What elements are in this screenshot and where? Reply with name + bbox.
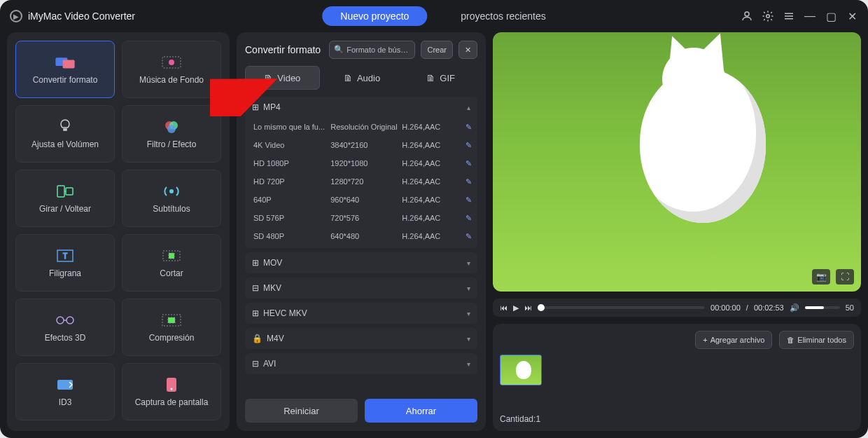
play-button[interactable]: ▶	[513, 303, 519, 313]
edit-icon[interactable]: ✎	[462, 214, 475, 223]
svg-point-17	[66, 317, 74, 324]
plus-icon: +	[703, 336, 707, 344]
tool-compress[interactable]: Compresión	[122, 299, 221, 356]
svg-text:T: T	[63, 252, 67, 260]
container-icon: ⊞	[252, 308, 259, 318]
reset-button[interactable]: Reiniciar	[245, 399, 358, 423]
format-group-mkv: ⊟MKV▾	[245, 278, 477, 299]
format-codec: H.264,AAC	[402, 141, 459, 149]
edit-icon[interactable]: ✎	[462, 196, 475, 205]
format-row[interactable]: 640P960*640H.264,AAC✎	[253, 191, 475, 209]
minimize-icon[interactable]: —	[804, 10, 816, 22]
volume-slider[interactable]	[805, 306, 840, 309]
format-row[interactable]: HD 1080P1920*1080H.264,AAC✎	[253, 154, 475, 172]
tool-sidebar: Convertir formato Música de Fondo Ajusta…	[7, 32, 230, 431]
file-thumbnail[interactable]	[500, 355, 542, 385]
tool-convert[interactable]: Convertir formato	[15, 41, 115, 98]
format-name: SD 480P	[253, 232, 328, 240]
remove-all-button[interactable]: 🗑Eliminar todos	[779, 331, 854, 349]
group-header-m4v[interactable]: 🔒M4V▾	[245, 328, 477, 349]
format-row[interactable]: SD 576P720*576H.264,AAC✎	[253, 209, 475, 227]
tool-id3[interactable]: ID3	[15, 363, 115, 420]
settings-icon[interactable]	[762, 10, 774, 22]
tab-audio[interactable]: 🗎Audio	[326, 66, 399, 90]
format-codec: H.264,AAC	[402, 177, 459, 186]
group-header-mp4[interactable]: ⊞ MP4 ▴	[245, 97, 477, 118]
format-panel: Convertir formato 🔍 Formato de búsqued C…	[237, 32, 486, 431]
close-icon[interactable]: ✕	[846, 10, 858, 22]
tool-label: Compresión	[149, 333, 195, 343]
format-resolution: 960*640	[330, 196, 399, 204]
format-resolution: 1280*720	[330, 177, 399, 186]
format-row[interactable]: SD 480P640*480H.264,AAC✎	[253, 227, 475, 245]
tool-label: Filigrana	[49, 268, 81, 278]
recent-projects-link[interactable]: proyectos recientes	[461, 11, 545, 22]
tool-3dfx[interactable]: Efectos 3D	[15, 299, 115, 356]
format-codec: H.264,AAC	[402, 196, 459, 204]
file-count: Cantidad:1	[500, 414, 854, 424]
format-group-mov: ⊞MOV▾	[245, 252, 477, 273]
edit-icon[interactable]: ✎	[462, 232, 475, 241]
fullscreen-icon: ⛶	[841, 272, 849, 282]
edit-icon[interactable]: ✎	[462, 159, 475, 168]
tool-label: Efectos 3D	[45, 333, 86, 343]
svg-point-1	[766, 15, 770, 18]
format-row[interactable]: HD 720P1280*720H.264,AAC✎	[253, 172, 475, 191]
snapshot-button[interactable]: 📷	[812, 269, 830, 285]
format-row[interactable]: Lo mismo que la fu...Resolución Original…	[253, 118, 475, 136]
group-header-mov[interactable]: ⊞MOV▾	[245, 252, 477, 273]
format-row[interactable]: 4K Video3840*2160H.264,AAC✎	[253, 136, 475, 154]
tool-bgmusic[interactable]: Música de Fondo	[122, 41, 221, 98]
edit-icon[interactable]: ✎	[462, 141, 475, 150]
new-project-button[interactable]: Nuevo proyecto	[322, 6, 427, 26]
tab-gif[interactable]: 🗎GIF	[404, 66, 477, 90]
tool-rotate[interactable]: Girar / Voltear	[15, 170, 115, 227]
tab-video[interactable]: 🗎Video	[245, 66, 320, 90]
volume-icon[interactable]: 🔊	[790, 303, 799, 313]
trim-icon	[160, 247, 183, 264]
tool-filter[interactable]: Filtro / Efecto	[122, 105, 221, 163]
add-file-button[interactable]: +Agregar archivo	[695, 331, 772, 349]
format-resolution: 3840*2160	[330, 141, 399, 149]
group-header-mkv[interactable]: ⊟MKV▾	[245, 278, 477, 299]
caret-down-icon: ▾	[467, 259, 470, 267]
prev-button[interactable]: ⏮	[500, 303, 507, 312]
tool-watermark[interactable]: T Filigrana	[15, 234, 115, 292]
tool-screencap[interactable]: Captura de pantalla	[122, 363, 221, 420]
svg-point-22	[171, 388, 173, 390]
create-button[interactable]: Crear	[421, 41, 453, 59]
svg-rect-15	[169, 253, 174, 259]
group-header-avi[interactable]: ⊟AVI▾	[245, 353, 477, 374]
container-icon: ⊟	[252, 283, 259, 293]
fullscreen-button[interactable]: ⛶	[836, 269, 854, 285]
menu-icon[interactable]	[783, 10, 795, 22]
file-panel: +Agregar archivo 🗑Eliminar todos Cantida…	[493, 324, 861, 431]
close-panel-button[interactable]: ✕	[458, 41, 477, 59]
format-codec: H.264,AAC	[402, 123, 459, 131]
edit-icon[interactable]: ✎	[462, 177, 475, 186]
subtitles-icon	[160, 183, 183, 200]
panel-title: Convertir formato	[245, 44, 321, 55]
format-codec: H.264,AAC	[402, 214, 459, 222]
group-header-hevc-mkv[interactable]: ⊞HEVC MKV▾	[245, 303, 477, 324]
tool-volume[interactable]: Ajusta el Volúmen	[15, 105, 115, 163]
svg-point-8	[167, 125, 176, 133]
svg-rect-3	[63, 60, 75, 69]
save-button[interactable]: Ahorrar	[365, 399, 477, 423]
format-name: 4K Video	[253, 141, 328, 149]
tool-subtitles[interactable]: Subtítulos	[122, 170, 221, 227]
player-controls: ⏮ ▶ ⏭ 00:00:00 / 00:02:53 🔊 50	[493, 299, 861, 317]
seek-slider[interactable]	[538, 306, 705, 309]
edit-icon[interactable]: ✎	[462, 123, 475, 132]
id3-icon	[53, 376, 77, 393]
account-icon[interactable]	[741, 10, 753, 22]
svg-point-5	[169, 60, 174, 65]
screencap-icon	[160, 376, 183, 393]
maximize-icon[interactable]: ▢	[825, 10, 837, 22]
tool-trim[interactable]: Cortar	[122, 234, 221, 292]
watermark-icon: T	[53, 247, 77, 264]
video-preview: 📷 ⛶	[493, 32, 861, 292]
next-button[interactable]: ⏭	[524, 303, 532, 312]
format-name: Lo mismo que la fu...	[253, 123, 328, 131]
format-search-input[interactable]: 🔍 Formato de búsqued	[329, 41, 415, 59]
